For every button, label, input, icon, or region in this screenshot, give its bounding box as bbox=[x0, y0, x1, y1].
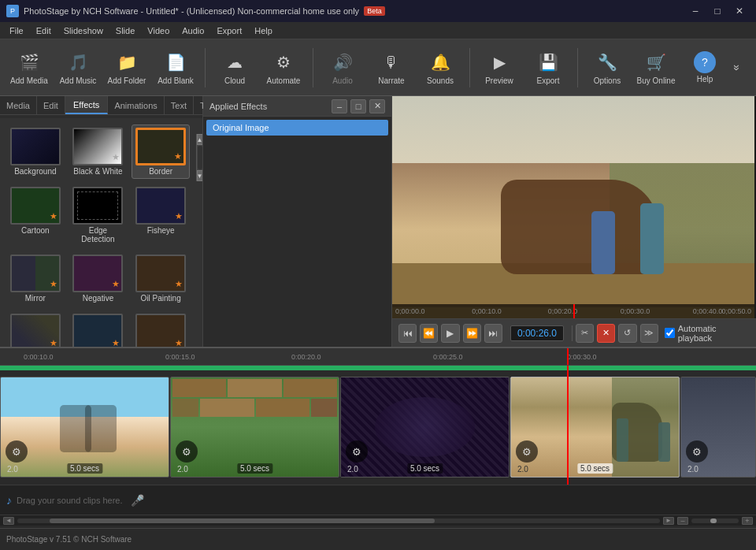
effect-posterize[interactable]: ★ Posterize bbox=[69, 310, 128, 347]
effect-sepia[interactable]: ★ Sepia bbox=[132, 310, 190, 347]
timecode-display[interactable]: 0:00:26.0 bbox=[510, 325, 564, 341]
step-back-button[interactable]: ⏪ bbox=[420, 324, 438, 343]
video-track: ⚙ 2.0 5.0 secs ⚙ 2.0 5.0 secs bbox=[0, 370, 756, 485]
help-button[interactable]: ? Help bbox=[682, 44, 728, 91]
scroll-down-btn[interactable]: ▼ bbox=[197, 170, 203, 181]
menu-help[interactable]: Help bbox=[248, 24, 279, 37]
automate-button[interactable]: ⚙ Automate bbox=[261, 44, 306, 91]
effect-negative-thumb: ★ bbox=[72, 255, 123, 292]
add-music-button[interactable]: 🎵 Add Music bbox=[55, 44, 101, 91]
zoom-out-btn[interactable]: – bbox=[677, 517, 688, 525]
app-icon: P bbox=[6, 5, 19, 17]
auto-playback-checkbox[interactable] bbox=[665, 328, 675, 338]
skip-start-button[interactable]: ⏮ bbox=[398, 324, 417, 343]
effect-pixelate-thumb: ★ bbox=[10, 314, 61, 347]
scissors-button[interactable]: ✂ bbox=[576, 324, 594, 343]
toolbar-sep-1 bbox=[205, 48, 206, 87]
effect-oil-painting[interactable]: ★ Oil Painting bbox=[132, 251, 190, 306]
more-pb-button[interactable]: ≫ bbox=[640, 324, 658, 343]
cloud-label: Cloud bbox=[224, 76, 245, 85]
applied-effect-original[interactable]: Original Image bbox=[206, 120, 388, 136]
video-track-playhead bbox=[567, 370, 569, 485]
export-button[interactable]: 💾 Export bbox=[525, 44, 571, 91]
time-50: 0;00:50.0 bbox=[721, 307, 751, 315]
buy-online-button[interactable]: 🛒 Buy Online bbox=[633, 44, 679, 91]
ruler-mark-10: 0:00:10.0 bbox=[24, 353, 54, 361]
menu-slideshow[interactable]: Slideshow bbox=[57, 24, 109, 37]
zoom-in-btn[interactable]: + bbox=[742, 517, 753, 525]
scroll-up-btn[interactable]: ▲ bbox=[197, 134, 203, 145]
skip-end-button[interactable]: ⏭ bbox=[484, 324, 502, 343]
effect-border[interactable]: ★ Border bbox=[132, 124, 190, 179]
timeline-scrollbar-thumb[interactable] bbox=[50, 518, 435, 523]
sky bbox=[392, 96, 754, 163]
effect-cartoon[interactable]: ★ Cartoon bbox=[6, 184, 65, 247]
minimize-button[interactable]: – bbox=[685, 3, 706, 19]
rotate-button[interactable]: ↺ bbox=[618, 324, 636, 343]
effect-edge-detection[interactable]: Edge Detection bbox=[69, 184, 128, 247]
menu-audio[interactable]: Audio bbox=[176, 24, 210, 37]
step-forward-button[interactable]: ⏩ bbox=[463, 324, 481, 343]
tab-animations[interactable]: Animations bbox=[108, 96, 164, 114]
scroll-thumb bbox=[198, 146, 202, 169]
effect-mirror[interactable]: ★ Mirror bbox=[6, 251, 65, 306]
tab-text[interactable]: Text bbox=[165, 96, 194, 114]
preview-button[interactable]: ▶ Preview bbox=[476, 44, 522, 91]
applied-effects-header: Applied Effects – □ ✕ bbox=[203, 96, 391, 117]
clip1-duration: 5.0 secs bbox=[67, 463, 102, 474]
scroll-right-btn[interactable]: ► bbox=[663, 517, 674, 525]
add-media-button[interactable]: 🎬 Add Media bbox=[6, 44, 52, 91]
effect-border-label: Border bbox=[149, 167, 172, 176]
ae-maximize-button[interactable]: □ bbox=[350, 99, 366, 113]
star-icon: ★ bbox=[50, 338, 57, 347]
audio-icon: 🔊 bbox=[330, 50, 355, 75]
effect-negative[interactable]: ★ Negative bbox=[69, 251, 128, 306]
auto-playback-label[interactable]: Automatic playback bbox=[678, 324, 750, 343]
ruler-mark-20: 0:00:20.0 bbox=[291, 353, 321, 361]
clip2-duration: 5.0 secs bbox=[237, 463, 272, 474]
add-blank-button[interactable]: 📄 Add Blank bbox=[153, 44, 198, 91]
delete-button[interactable]: ✕ bbox=[597, 324, 615, 343]
sounds-button[interactable]: 🔔 Sounds bbox=[417, 44, 463, 91]
timeline-clip-5[interactable]: ⚙ 2.0 bbox=[680, 377, 756, 478]
timeline-scrollbar: ◄ ► – + bbox=[0, 515, 756, 526]
play-button[interactable]: ▶ bbox=[441, 324, 459, 343]
add-folder-button[interactable]: 📁 Add Folder bbox=[104, 44, 150, 91]
close-button[interactable]: ✕ bbox=[729, 3, 750, 19]
effect-pixelate[interactable]: ★ Pixelate bbox=[6, 310, 65, 347]
timeline-scrollbar-track[interactable] bbox=[17, 518, 660, 523]
effect-fisheye[interactable]: ★ Fisheye bbox=[132, 184, 190, 247]
timeline-clip-3[interactable]: ⚙ 2.0 5.0 secs bbox=[340, 377, 510, 478]
zoom-slider-track[interactable] bbox=[691, 518, 739, 523]
scroll-left-btn[interactable]: ◄ bbox=[3, 517, 14, 525]
ae-close-button[interactable]: ✕ bbox=[369, 99, 385, 113]
effect-edge-label: Edge Detection bbox=[72, 226, 124, 243]
content-area: Media Edit Effects Animations Text Trans… bbox=[0, 96, 756, 347]
time-30: 0;00:30.0 bbox=[621, 307, 650, 315]
menu-export[interactable]: Export bbox=[210, 24, 248, 37]
tab-media[interactable]: Media bbox=[0, 96, 37, 114]
effect-background[interactable]: Background bbox=[6, 124, 65, 179]
more-button[interactable]: » bbox=[731, 44, 743, 91]
zoom-slider-thumb[interactable] bbox=[710, 518, 717, 523]
effect-sepia-thumb: ★ bbox=[135, 314, 186, 347]
menu-edit[interactable]: Edit bbox=[30, 24, 57, 37]
preview-icon: ▶ bbox=[487, 50, 512, 75]
menu-file[interactable]: File bbox=[3, 24, 30, 37]
star-icon: ★ bbox=[112, 152, 120, 162]
menu-video[interactable]: Video bbox=[141, 24, 176, 37]
narrate-button[interactable]: 🎙 Narrate bbox=[369, 44, 414, 91]
tab-edit[interactable]: Edit bbox=[37, 96, 65, 114]
cloud-button[interactable]: ☁ Cloud bbox=[212, 44, 258, 91]
maximize-button[interactable]: □ bbox=[707, 3, 728, 19]
menu-slide[interactable]: Slide bbox=[109, 24, 141, 37]
timeline-clip-1[interactable]: ⚙ 2.0 5.0 secs bbox=[0, 377, 169, 478]
preview-playhead bbox=[573, 304, 575, 318]
effect-blackwhite[interactable]: ★ Black & White bbox=[69, 124, 128, 179]
timeline-clip-2[interactable]: ⚙ 2.0 5.0 secs bbox=[170, 377, 339, 478]
options-button[interactable]: 🔧 Options bbox=[584, 44, 630, 91]
ae-minimize-button[interactable]: – bbox=[332, 99, 347, 113]
panel-tabs: Media Edit Effects Animations Text Trans… bbox=[0, 96, 202, 115]
tab-effects[interactable]: Effects bbox=[65, 96, 108, 114]
timeline-clip-4[interactable]: ⚙ 2.0 5.0 secs bbox=[510, 377, 680, 478]
